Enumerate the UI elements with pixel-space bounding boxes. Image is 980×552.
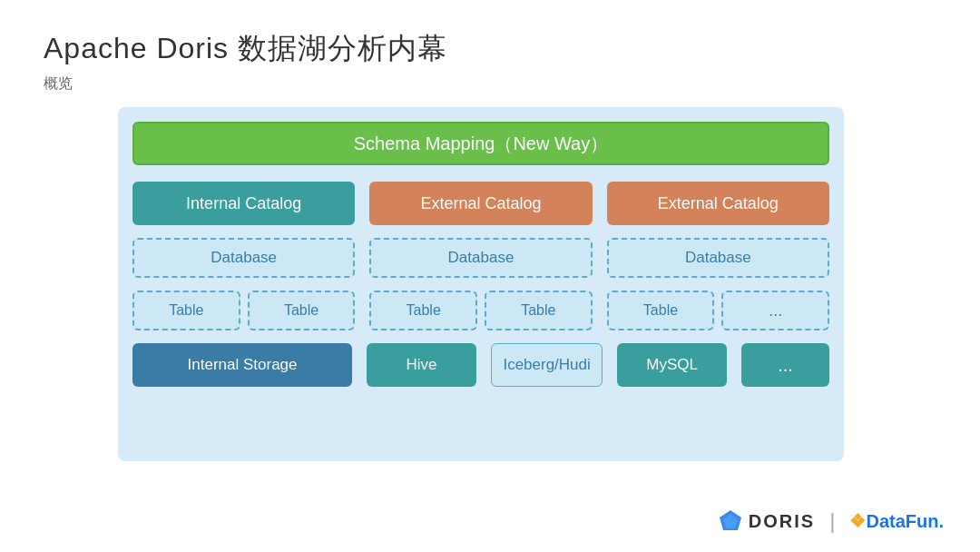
database-3: Database <box>607 238 829 278</box>
doris-logo: DORIS <box>718 508 815 534</box>
logo-area: DORIS | ❖DataFun. <box>718 508 944 534</box>
main-diagram: Schema Mapping（New Way） Internal Catalog… <box>118 107 844 461</box>
internal-storage: Internal Storage <box>132 343 352 387</box>
schema-mapping-bar: Schema Mapping（New Way） <box>132 122 829 165</box>
page-subtitle: 概览 <box>44 74 73 94</box>
internal-catalog: Internal Catalog <box>132 182 355 225</box>
database-1: Database <box>132 238 355 278</box>
hive-storage: Hive <box>367 343 476 387</box>
external-catalog-1: External Catalog <box>369 182 592 225</box>
catalogs-row: Internal Catalog External Catalog Extern… <box>132 182 829 225</box>
external-catalog-2: External Catalog <box>607 182 829 225</box>
iceberg-storage: Iceberg/Hudi <box>491 343 603 387</box>
table-1-2: Table <box>248 291 356 330</box>
tables-group-1: Table Table <box>132 291 355 330</box>
tables-row: Table Table Table Table Table ... <box>132 291 829 330</box>
table-3-ellipsis: ... <box>721 291 829 330</box>
logo-divider: | <box>829 508 835 534</box>
tables-group-3: Table ... <box>607 291 829 330</box>
datafun-label: ❖DataFun. <box>849 510 944 532</box>
tables-group-2: Table Table <box>369 291 592 330</box>
databases-row: Database Database Database <box>132 238 829 278</box>
mysql-storage: MySQL <box>617 343 727 387</box>
table-3-1: Table <box>607 291 715 330</box>
doris-label: DORIS <box>749 511 815 532</box>
database-2: Database <box>369 238 592 278</box>
table-2-1: Table <box>369 291 477 330</box>
table-2-2: Table <box>485 291 593 330</box>
page-title: Apache Doris 数据湖分析内幕 <box>44 29 447 69</box>
doris-icon <box>718 508 743 534</box>
table-1-1: Table <box>132 291 240 330</box>
storage-row: Internal Storage Hive Iceberg/Hudi MySQL… <box>132 343 829 387</box>
ellipsis-storage: ... <box>741 343 829 387</box>
